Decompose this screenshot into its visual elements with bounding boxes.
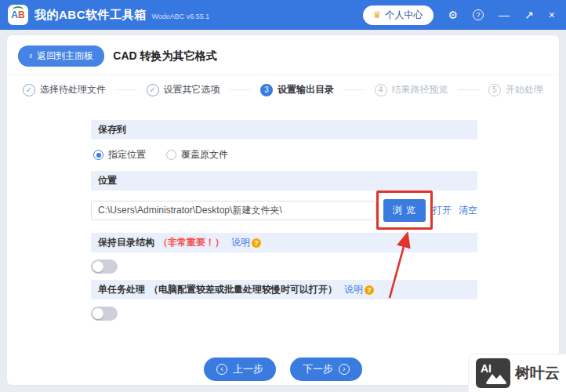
chevron-left-icon: ‹ [29,52,32,60]
watermark-ai-text: AI [481,362,492,375]
main-panel: ‹ 返回到主面板 CAD 转换为其它格式 ✓ 选择待处理文件 ✓ 设置其它选项 … [6,34,560,386]
back-button-label: 返回到主面板 [37,49,93,63]
crown-icon: ♛ [373,9,382,20]
step-check-icon: ✓ [147,84,159,96]
circle-arrow-right-icon: › [339,364,350,375]
watermark-brand: 树叶云 [515,363,560,383]
help-link-label: 说明 [344,283,363,296]
step-check-icon: ✓ [23,84,35,96]
radio-label: 指定位置 [108,148,146,162]
help-link-label: 说明 [231,236,250,249]
logo-arc-icon [13,6,24,13]
toggle-knob [93,308,103,319]
clear-path-link[interactable]: 清空 [459,204,477,217]
step-other-options: ✓ 设置其它选项 [147,83,220,96]
resize-icon[interactable]: ↗ [524,9,534,20]
keep-structure-title: 保持目录结构 [98,236,154,249]
step-label: 开始处理 [506,83,543,96]
radio-specified-location[interactable]: 指定位置 [93,148,146,162]
close-icon[interactable]: × [549,9,555,20]
step-connector [115,89,137,90]
form-content: 保存到 指定位置 覆盖原文件 位置 浏 览 [7,106,559,321]
circle-arrow-left-icon: ‹ [216,364,227,375]
next-step-button[interactable]: 下一步 › [290,358,362,381]
help-icon[interactable]: ? [473,9,484,20]
single-task-toggle[interactable] [91,307,118,321]
previous-step-label: 上一步 [233,362,263,376]
app-version: WodeABC v6.55.1 [152,13,210,20]
step-output-dir: 3 设置输出目录 [260,83,334,96]
radio-unselected-icon [166,150,176,160]
step-label: 设置输出目录 [278,83,334,96]
step-label: 选择待处理文件 [40,83,106,96]
step-connector [230,89,252,90]
step-connector [458,89,480,90]
radio-label: 覆盖原文件 [181,148,228,162]
user-center-button[interactable]: ♛ 个人中心 [363,5,434,25]
important-note: （非常重要！） [158,236,224,249]
path-row: 浏 览 打开 清空 [91,191,477,227]
minimize-icon[interactable]: — [499,9,510,20]
location-header: 位置 [91,171,477,191]
browse-button[interactable]: 浏 览 [383,199,426,222]
step-select-files: ✓ 选择待处理文件 [23,83,106,96]
question-badge-icon: ? [252,238,261,248]
titlebar: A B 我的ABC软件工具箱 WodeABC v6.55.1 ♛ 个人中心 ⚙ … [0,0,566,30]
output-path-input[interactable] [91,201,376,220]
step-start-process: 5 开始处理 [488,83,543,96]
open-folder-link[interactable]: 打开 [433,204,452,217]
previous-step-button[interactable]: ‹ 上一步 [204,358,276,381]
back-to-main-button[interactable]: ‹ 返回到主面板 [18,45,104,67]
app-logo-icon: A B [8,5,28,25]
breadcrumb: ‹ 返回到主面板 CAD 转换为其它格式 [7,35,559,75]
single-task-hint: （电脑配置较差或批量处理较慢时可以打开） [149,283,337,296]
step-result-preview: 4 结果路径预览 [375,83,448,96]
app-title: 我的ABC软件工具箱 [34,8,147,23]
step-number: 5 [488,84,501,96]
keep-structure-header: 保持目录结构 （非常重要！） 说明 ? [91,233,477,252]
radio-overwrite-original[interactable]: 覆盖原文件 [166,148,228,162]
keep-structure-help-link[interactable]: 说明 ? [231,236,261,249]
single-task-header: 单任务处理 （电脑配置较差或批量处理较慢时可以打开） 说明 ? [91,280,477,299]
save-to-title: 保存到 [98,123,126,136]
step-number: 4 [375,84,387,96]
step-label: 结果路径预览 [392,83,448,96]
question-badge-icon: ? [365,285,374,295]
settings-gear-icon[interactable]: ⚙ [448,9,459,20]
step-label: 设置其它选项 [164,83,220,96]
watermark: AI 树叶云 [468,354,566,392]
user-center-label: 个人中心 [386,9,423,22]
step-number: 3 [260,84,273,96]
browse-wrap: 浏 览 [383,199,426,222]
save-to-options: 指定位置 覆盖原文件 [91,140,477,165]
single-task-title: 单任务处理 [98,283,145,296]
page-title: CAD 转换为其它格式 [113,49,216,64]
save-to-header: 保存到 [91,120,477,140]
location-title: 位置 [98,174,117,187]
next-step-label: 下一步 [303,362,333,376]
keep-structure-toggle[interactable] [91,260,118,274]
toggle-knob [93,261,103,272]
ai-mountain-logo-icon: AI [476,358,510,388]
wizard-steps: ✓ 选择待处理文件 ✓ 设置其它选项 3 设置输出目录 4 结果路径预览 5 开… [7,75,559,106]
radio-selected-icon [93,150,103,160]
step-connector [343,89,365,90]
single-task-help-link[interactable]: 说明 ? [344,283,374,296]
